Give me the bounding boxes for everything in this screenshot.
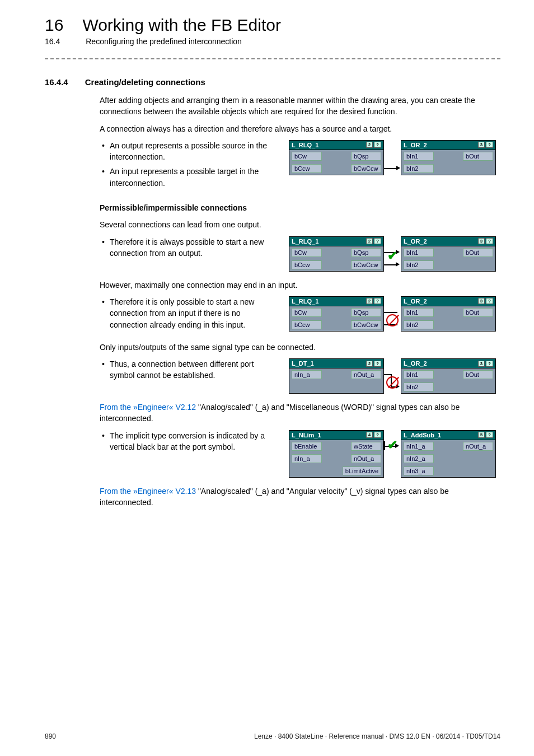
diagram-5: L_NLim_14? bEnablewState nIn_anOut_a bLi…: [289, 430, 500, 478]
section-number: 16.4: [45, 37, 60, 46]
checkmark-icon: ✔: [387, 249, 397, 263]
port-label: bIn1: [404, 152, 434, 161]
port-label: bCw: [292, 248, 322, 257]
help-icon: ?: [486, 361, 493, 367]
list-item: Therefore it is only possible to start a…: [110, 296, 279, 330]
port-label: bIn1: [404, 370, 434, 379]
paragraph: A connection always has a direction and …: [100, 123, 500, 134]
port-label: bIn1: [404, 308, 434, 317]
fb-title: L_RLQ_1: [292, 142, 318, 148]
help-icon: ?: [374, 238, 381, 244]
port-label: bIn2: [404, 320, 434, 329]
port-label: bCwCcw: [351, 260, 381, 269]
port-label: bQsp: [351, 248, 381, 257]
fb-title: L_OR_2: [404, 142, 427, 148]
port-label: bCwCcw: [351, 320, 381, 329]
fb-title: L_AddSub_1: [404, 432, 441, 438]
version-note: From the »Engineer« V2.13: [100, 487, 196, 496]
connection-line: [384, 168, 391, 169]
port-label: nOut_a: [463, 442, 493, 451]
port-label: bOut: [463, 152, 493, 161]
list-item: Thus, a connection between different por…: [110, 358, 279, 381]
help-icon: ?: [374, 142, 381, 148]
fb-badge: 3: [478, 298, 485, 304]
port-label: bLimitActive: [343, 466, 381, 475]
list-item: An output represents a possible source i…: [110, 140, 279, 163]
port-label: bOut: [463, 248, 493, 257]
fb-badge: 2: [366, 298, 373, 304]
list-item: An input represents a possible target in…: [110, 166, 279, 189]
fb-badge: 2: [366, 142, 373, 148]
port-label: bOut: [463, 308, 493, 317]
port-label: bCcw: [292, 320, 322, 329]
port-label: bIn2: [404, 260, 434, 269]
type-bar-icon: [383, 441, 385, 450]
help-icon: ?: [486, 298, 493, 304]
diagram-2: L_RLQ_12? bCwbQsp bCcwbCwCcw L_OR_23? bI…: [289, 236, 500, 272]
port-label: bQsp: [351, 152, 381, 161]
port-label: nOut_a: [351, 454, 381, 463]
help-icon: ?: [374, 298, 381, 304]
paragraph: Only inputs/outputs of the same signal t…: [100, 342, 500, 353]
forbidden-icon: [386, 376, 399, 389]
chapter-number: 16: [45, 16, 63, 35]
list-item: Therefore it is always possible to start…: [110, 236, 279, 259]
port-label: nIn3_a: [404, 466, 434, 475]
footer-doc-info: Lenze · 8400 StateLine · Reference manua…: [254, 732, 500, 740]
diagram-3: L_RLQ_12? bCwbQsp bCcwbCwCcw L_OR_23? bI…: [289, 296, 500, 332]
fb-title: L_RLQ_1: [292, 298, 318, 305]
list-item: The implicit type conversion is indicate…: [110, 430, 279, 453]
port-label: bIn2: [404, 164, 434, 173]
fb-title: L_DT_1: [292, 360, 314, 367]
fb-badge: 3: [478, 361, 485, 367]
fb-title: L_OR_2: [404, 238, 427, 245]
subsection-title: Creating/deleting connections: [85, 77, 205, 87]
fb-title: L_NLim_1: [292, 432, 321, 438]
port-label: bIn2: [404, 382, 434, 391]
port-label: wState: [351, 442, 381, 451]
subsection-number: 16.4.4: [45, 77, 68, 87]
help-icon: ?: [374, 361, 381, 367]
fb-badge: 4: [366, 432, 373, 438]
arrow-icon: [396, 166, 400, 170]
port-label: bOut: [463, 370, 493, 379]
paragraph: After adding objects and arranging them …: [100, 95, 500, 118]
port-label: bCcw: [292, 260, 322, 269]
fb-badge: 3: [478, 238, 485, 244]
connection-line: [384, 374, 391, 375]
help-icon: ?: [374, 432, 381, 438]
version-note: From the »Engineer« V2.12: [100, 403, 196, 412]
paragraph: Several connections can lead from one ou…: [100, 219, 500, 230]
port-label: bCwCcw: [351, 164, 381, 173]
paragraph: From the »Engineer« V2.12 "Analog/scaled…: [100, 402, 500, 424]
help-icon: ?: [486, 238, 493, 244]
section-title: Reconfiguring the predefined interconnec…: [86, 37, 242, 46]
fb-title: L_OR_2: [404, 298, 427, 305]
forbidden-icon: [386, 314, 399, 326]
help-icon: ?: [486, 142, 493, 148]
page-number: 890: [45, 732, 56, 740]
port-label: bCw: [292, 308, 322, 317]
fb-badge: 5: [478, 432, 485, 438]
port-label: bCcw: [292, 164, 322, 173]
paragraph: However, maximally one connection may en…: [100, 279, 500, 291]
fb-badge: 3: [478, 142, 485, 148]
connection-line: [384, 264, 396, 265]
help-icon: ?: [486, 432, 493, 438]
port-label: bIn1: [404, 248, 434, 257]
fb-title: L_RLQ_1: [292, 238, 318, 245]
diagram-1: L_RLQ_12? bCwbQsp bCcwbCwCcw L_OR_23? bI…: [289, 140, 500, 175]
fb-title: L_OR_2: [404, 360, 427, 367]
port-label: nIn_a: [292, 454, 322, 463]
port-label: nIn1_a: [404, 442, 434, 451]
chapter-title: Working with the FB Editor: [82, 16, 281, 35]
port-label: bQsp: [351, 308, 381, 317]
paragraph: From the »Engineer« V2.13 "Analog/scaled…: [100, 486, 500, 508]
divider: [45, 58, 500, 59]
fb-badge: 2: [366, 238, 373, 244]
diagram-4: L_DT_12? nIn_anOut_a L_OR_23? bIn1bOut b…: [289, 358, 500, 394]
fb-badge: 2: [366, 361, 373, 367]
connection-line: [384, 312, 397, 313]
port-label: nIn2_a: [404, 454, 434, 463]
port-label: bEnable: [292, 442, 322, 451]
